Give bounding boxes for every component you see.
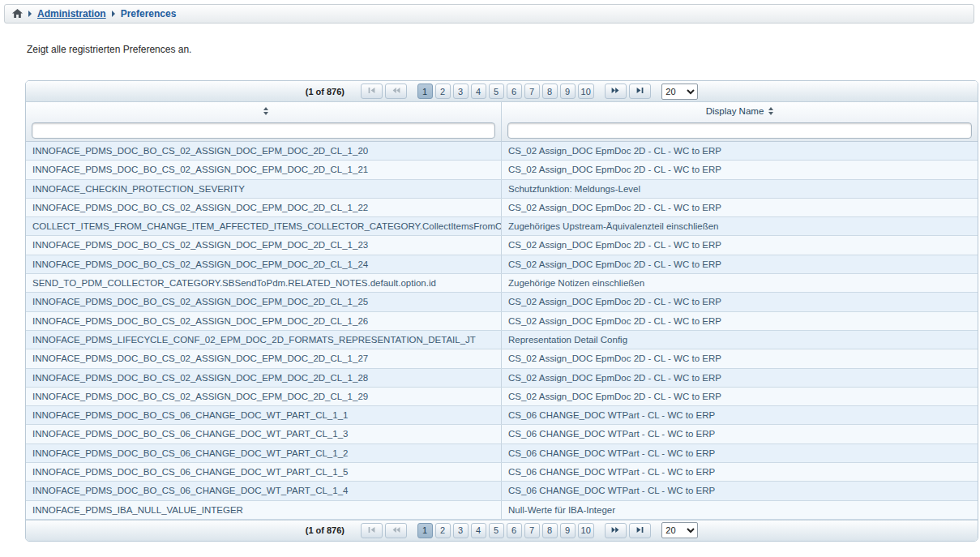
table-row[interactable]: INNOFACE_PDMS_DOC_BO_CS_06_CHANGE_DOC_WT…	[26, 463, 978, 482]
sort-icon	[768, 107, 773, 115]
page-button-10[interactable]: 10	[578, 84, 594, 99]
first-page-button	[361, 523, 383, 538]
page-button-3[interactable]: 3	[453, 523, 469, 538]
table-row[interactable]: INNOFACE_PDMS_LIFECYCLE_CONF_02_EPM_DOC_…	[26, 331, 978, 349]
page-button-2[interactable]: 2	[435, 523, 451, 538]
cell-name: INNOFACE_PDMS_DOC_BO_CS_02_ASSIGN_DOC_EP…	[26, 255, 502, 273]
breadcrumb-link-administration[interactable]: Administration	[37, 8, 106, 19]
cell-display-name: CS_06 CHANGE_DOC WTPart - CL - WC to ERP	[502, 444, 978, 462]
column-header-name[interactable]	[26, 102, 502, 120]
cell-display-name: CS_02 Assign_DOC EpmDoc 2D - CL - WC to …	[502, 236, 978, 254]
page-button-9[interactable]: 9	[560, 84, 576, 99]
table-row[interactable]: INNOFACE_PDMS_DOC_BO_CS_02_ASSIGN_DOC_EP…	[26, 161, 978, 179]
last-page-icon	[636, 525, 644, 536]
filter-input-name[interactable]	[32, 122, 495, 139]
first-page-icon	[367, 86, 376, 96]
breadcrumb: Administration Preferences	[4, 4, 974, 24]
breadcrumb-separator-icon	[112, 11, 115, 17]
breadcrumb-link-preferences[interactable]: Preferences	[121, 8, 177, 19]
page-button-5[interactable]: 5	[489, 523, 504, 538]
rows-per-page-select[interactable]: 20	[661, 522, 698, 538]
cell-display-name: Schutzfunktion: Meldungs-Level	[502, 180, 978, 198]
filter-input-display-name[interactable]	[507, 122, 972, 139]
first-page-icon	[367, 525, 376, 536]
page-button-1[interactable]: 1	[417, 523, 433, 538]
cell-display-name: CS_02 Assign_DOC EpmDoc 2D - CL - WC to …	[502, 293, 978, 311]
page-button-7[interactable]: 7	[524, 523, 540, 538]
breadcrumb-separator-icon	[28, 11, 32, 17]
cell-name: INNOFACE_PDMS_DOC_BO_CS_02_ASSIGN_DOC_EP…	[26, 312, 502, 330]
table-row[interactable]: INNOFACE_PDMS_DOC_BO_CS_02_ASSIGN_DOC_EP…	[26, 255, 978, 274]
page-button-4[interactable]: 4	[471, 523, 486, 538]
cell-display-name: Zugehörige Notizen einschließen	[502, 274, 978, 292]
table-filter-row	[26, 120, 978, 142]
table-row[interactable]: INNOFACE_PDMS_DOC_BO_CS_06_CHANGE_DOC_WT…	[26, 406, 978, 425]
page-button-6[interactable]: 6	[507, 523, 522, 538]
table-row[interactable]: INNOFACE_PDMS_DOC_BO_CS_02_ASSIGN_DOC_EP…	[26, 369, 978, 388]
cell-name: INNOFACE_PDMS_IBA_NULL_VALUE_INTEGER	[26, 501, 502, 519]
cell-name: SEND_TO_PDM_COLLECTOR_CATEGORY.SBSendToP…	[26, 274, 502, 292]
page-button-5[interactable]: 5	[489, 84, 504, 99]
table-row[interactable]: INNOFACE_PDMS_DOC_BO_CS_06_CHANGE_DOC_WT…	[26, 444, 978, 463]
cell-name: INNOFACE_PDMS_DOC_BO_CS_06_CHANGE_DOC_WT…	[26, 463, 502, 481]
cell-display-name: CS_02 Assign_DOC EpmDoc 2D - CL - WC to …	[502, 161, 978, 178]
cell-name: INNOFACE_PDMS_DOC_BO_CS_06_CHANGE_DOC_WT…	[26, 482, 502, 499]
previous-page-button	[385, 523, 407, 538]
first-page-button	[361, 84, 383, 99]
previous-page-button	[385, 84, 407, 99]
cell-name: INNOFACE_PDMS_DOC_BO_CS_06_CHANGE_DOC_WT…	[26, 444, 502, 462]
prev-page-icon	[392, 525, 400, 536]
column-header-display-name[interactable]: Display Name	[502, 102, 978, 120]
cell-display-name: Zugehöriges Upstream-Äquivalenzteil eins…	[502, 217, 978, 235]
table-row[interactable]: SEND_TO_PDM_COLLECTOR_CATEGORY.SBSendToP…	[26, 274, 978, 293]
paginator-pages: 12345678910	[416, 523, 595, 538]
table-row[interactable]: INNOFACE_PDMS_DOC_BO_CS_02_ASSIGN_DOC_EP…	[26, 388, 978, 406]
table-row[interactable]: INNOFACE_PDMS_DOC_BO_CS_02_ASSIGN_DOC_EP…	[26, 312, 978, 331]
next-page-button[interactable]	[605, 523, 627, 538]
paginator-current-label: (1 of 876)	[306, 525, 344, 535]
page-button-7[interactable]: 7	[524, 84, 540, 99]
cell-display-name: CS_02 Assign_DOC EpmDoc 2D - CL - WC to …	[502, 312, 978, 330]
table-row[interactable]: INNOFACE_PDMS_IBA_NULL_VALUE_INTEGERNull…	[26, 501, 978, 520]
paginator-top: (1 of 876)1234567891020	[26, 81, 978, 102]
prev-page-icon	[392, 86, 400, 96]
page-button-8[interactable]: 8	[542, 523, 558, 538]
page-button-4[interactable]: 4	[471, 84, 486, 99]
table-row[interactable]: INNOFACE_PDMS_DOC_BO_CS_02_ASSIGN_DOC_EP…	[26, 142, 978, 161]
table-row[interactable]: INNOFACE_PDMS_DOC_BO_CS_02_ASSIGN_DOC_EP…	[26, 349, 978, 368]
table-row[interactable]: INNOFACE_PDMS_DOC_BO_CS_02_ASSIGN_DOC_EP…	[26, 293, 978, 311]
last-page-button[interactable]	[629, 84, 651, 99]
page-button-3[interactable]: 3	[453, 84, 469, 99]
next-page-button[interactable]	[605, 84, 627, 99]
page-button-8[interactable]: 8	[542, 84, 558, 99]
page-button-1[interactable]: 1	[417, 84, 433, 99]
page-button-10[interactable]: 10	[578, 523, 594, 538]
page-button-2[interactable]: 2	[435, 84, 451, 99]
sort-icon	[263, 107, 268, 115]
cell-display-name: CS_02 Assign_DOC EpmDoc 2D - CL - WC to …	[502, 142, 978, 160]
paginator-current-label: (1 of 876)	[306, 87, 344, 96]
table-row[interactable]: INNOFACE_CHECKIN_PROTECTION_SEVERITYSchu…	[26, 180, 978, 199]
cell-name: INNOFACE_PDMS_DOC_BO_CS_02_ASSIGN_DOC_EP…	[26, 388, 502, 405]
cell-display-name: CS_02 Assign_DOC EpmDoc 2D - CL - WC to …	[502, 388, 978, 405]
page-button-9[interactable]: 9	[560, 523, 576, 538]
table-row[interactable]: INNOFACE_PDMS_DOC_BO_CS_06_CHANGE_DOC_WT…	[26, 482, 978, 500]
cell-display-name: CS_02 Assign_DOC EpmDoc 2D - CL - WC to …	[502, 199, 978, 216]
table-row[interactable]: INNOFACE_PDMS_DOC_BO_CS_02_ASSIGN_DOC_EP…	[26, 199, 978, 217]
table-row[interactable]: INNOFACE_PDMS_DOC_BO_CS_02_ASSIGN_DOC_EP…	[26, 236, 978, 255]
home-icon[interactable]	[12, 9, 23, 19]
preferences-table: (1 of 876)1234567891020 Display Name INN…	[25, 80, 978, 542]
cell-name: INNOFACE_PDMS_DOC_BO_CS_02_ASSIGN_DOC_EP…	[26, 349, 502, 367]
last-page-button[interactable]	[629, 523, 651, 538]
cell-name: INNOFACE_PDMS_DOC_BO_CS_02_ASSIGN_DOC_EP…	[26, 199, 502, 216]
table-row[interactable]: INNOFACE_PDMS_DOC_BO_CS_06_CHANGE_DOC_WT…	[26, 425, 978, 443]
table-body: INNOFACE_PDMS_DOC_BO_CS_02_ASSIGN_DOC_EP…	[26, 142, 978, 520]
cell-display-name: CS_06 CHANGE_DOC WTPart - CL - WC to ERP	[502, 463, 978, 481]
column-header-display-name-label: Display Name	[706, 106, 764, 116]
cell-name: INNOFACE_PDMS_DOC_BO_CS_06_CHANGE_DOC_WT…	[26, 425, 502, 443]
table-row[interactable]: COLLECT_ITEMS_FROM_CHANGE_ITEM_AFFECTED_…	[26, 217, 978, 236]
paginator-bottom: (1 of 876)1234567891020	[26, 520, 978, 541]
next-page-icon	[611, 86, 620, 96]
page-button-6[interactable]: 6	[507, 84, 522, 99]
rows-per-page-select[interactable]: 20	[661, 84, 698, 100]
